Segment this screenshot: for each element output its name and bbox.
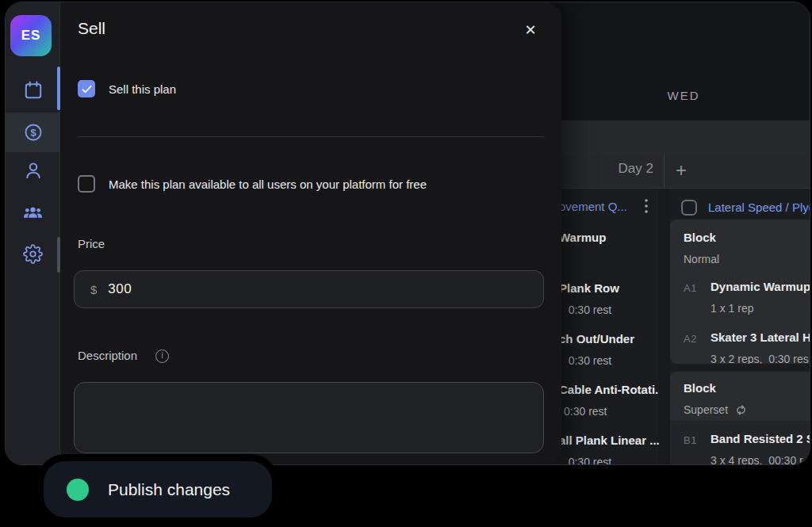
exercise-name: Band Resisted 2 Step [710,431,810,447]
info-icon[interactable]: i [155,349,169,363]
exercise-row: ch Out/Under , 0:30 rest [559,331,659,369]
weekday-label: WED [556,89,810,102]
exercise-name: Warmup [559,230,659,246]
status-dot [67,479,89,501]
exercise-detail: , 0:30 rest [559,454,659,465]
exercise-name: Skater 3 Lateral Hop [710,330,810,346]
free-plan-checkbox[interactable] [78,175,95,193]
superset-repeat-icon [734,403,748,417]
app-window: WED Day 2 + ovement Q... Warmup Plank Ro… [5,2,810,465]
exercise-name: Cable Anti-Rotati... [559,382,659,398]
publish-changes-button[interactable]: Publish changes [44,461,272,517]
exercise-row: all Plank Linear ... , 0:30 rest [559,433,659,465]
workout-title-link[interactable]: Lateral Speed / Plyo [708,200,810,214]
exercise-name: ch Out/Under [559,331,659,347]
exercise-code: A2 [684,331,697,347]
sell-plan-label: Sell this plan [109,82,176,96]
description-label: Description [78,349,137,362]
close-icon[interactable]: ✕ [519,18,542,42]
workspace-logo[interactable]: ES [10,15,52,56]
exercise-name: Plank Row [559,281,659,296]
block-mode: Normal [684,251,719,267]
exercise-code: B1 [684,433,697,449]
sidebar-item-profile[interactable] [6,151,60,190]
exercise-code: A1 [684,281,697,296]
exercise-row: Plank Row , 0:30 rest [559,281,659,318]
exercise-detail: 1 x 1 rep [710,300,753,316]
block-label: Block [684,230,716,246]
day-tab-divider [664,155,665,188]
publish-label: Publish changes [108,480,230,499]
dollar-circle-icon: $ [23,122,44,143]
exercise-name: all Plank Linear ... [559,433,659,449]
sidebar-item-team[interactable] [6,193,60,232]
exercise-row: Warmup [559,230,659,246]
check-icon [81,83,93,95]
modal-title: Sell [78,19,105,38]
svg-text:$: $ [30,127,36,139]
workout-title-link[interactable]: ovement Q... [559,200,642,213]
gear-icon [23,244,43,264]
exercise-row: Cable Anti-Rotati... 0:30 rest [559,382,659,419]
divider [78,136,544,137]
sell-plan-checkbox[interactable] [78,80,95,97]
exercise-detail: 0:30 rest [559,403,659,419]
block-mode: Superset [684,402,748,418]
people-group-icon [22,202,44,223]
kebab-menu-icon[interactable] [642,197,650,216]
price-label: Price [78,237,105,250]
scrollbar-thumb[interactable] [57,237,60,273]
block-card[interactable]: Block Normal A1 Dynamic Warmup 1 x 1 rep… [670,220,810,364]
exercise-detail: , 0:30 rest [559,353,659,369]
sell-modal: Sell ✕ Sell this plan Make this plan ava… [60,2,561,465]
free-plan-label: Make this plan available to all users on… [109,178,427,191]
sidebar-item-payments[interactable]: $ [6,113,60,152]
sidebar: ES $ [6,2,60,465]
exercise-detail: 3 x 4 reps, 00:30 r [710,453,803,464]
sidebar-item-calendar[interactable] [6,71,60,110]
exercise-detail: 3 x 2 reps, 0:30 res [710,351,809,364]
price-value: 300 [108,281,132,297]
price-input[interactable]: $ 300 [74,270,544,308]
person-icon [23,160,44,181]
screen: WED Day 2 + ovement Q... Warmup Plank Ro… [0,0,812,527]
description-textarea[interactable] [74,382,544,453]
column-divider [659,189,670,464]
block-label: Block [684,380,716,396]
tab-day-2[interactable]: Day 2 [556,161,653,177]
add-day-button[interactable]: + [671,158,691,182]
sidebar-item-settings[interactable] [6,234,60,273]
block-card[interactable]: B1 Band Resisted 2 Step 3 x 4 reps, 00:3… [670,421,810,464]
workout-select-checkbox[interactable] [681,200,697,216]
currency-symbol: $ [90,283,97,296]
exercise-name: Dynamic Warmup [710,279,810,295]
active-nav-indicator [57,67,60,110]
block-card[interactable]: Block Superset [670,372,810,421]
calendar-icon [23,80,44,101]
exercise-detail: , 0:30 rest [559,302,659,318]
